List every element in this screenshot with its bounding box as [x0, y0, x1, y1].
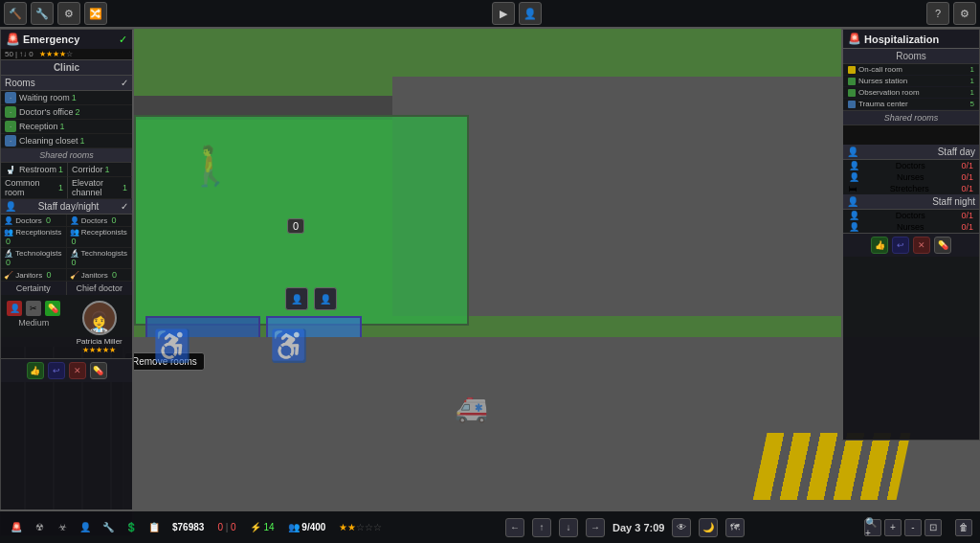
top-toolbar: 🔨 🔧 ⚙ 🔀 ▶ 👤 ? ⚙ [0, 0, 980, 29]
room-icon-restroom: 🚽 [5, 164, 16, 175]
right-person-night-icon: 👤 [847, 196, 858, 207]
right-room-oncall[interactable]: On-call room 1 [843, 64, 979, 76]
room-name-restroom: Restroom [19, 165, 56, 174]
doctor-avatar: 👩‍⚕️ [82, 301, 117, 335]
right-room-trauma[interactable]: Trauma center 5 [843, 99, 979, 110]
stars-value: ★★ [339, 522, 356, 532]
right-stretch-icon: 🛏 [849, 184, 858, 193]
room-restroom[interactable]: 🚽 Restroom 1 [1, 163, 68, 177]
wrench-button[interactable]: 🔧 [31, 2, 54, 25]
map-button[interactable]: 🗺 [725, 518, 745, 537]
walking-figure: 🚶 [187, 144, 234, 189]
emergency-label: Emergency [23, 34, 116, 45]
alert-icon: 🚨 [8, 519, 25, 536]
right-room-observation[interactable]: Observation room 1 [843, 87, 979, 99]
right-stretch-count: 0/1 [961, 184, 973, 193]
undo-button[interactable]: ↩ [48, 362, 65, 379]
settings-button[interactable]: ⚙ [57, 2, 80, 25]
trauma-name: Trauma center [858, 100, 970, 108]
right-nurse-name: Nurses [897, 172, 924, 182]
mini-stats-bar: 50 | ↑↓ 0 ★★★★☆ [1, 49, 132, 59]
zoom-out-1[interactable]: - [904, 519, 922, 536]
cancel-button[interactable]: ✕ [69, 362, 86, 379]
room-count-corridor: 1 [105, 165, 110, 174]
bottom-center-controls: ← ↑ ↓ → Day 3 7:09 👁 🌙 🗺 [391, 518, 858, 537]
room-icon-reception: · [5, 121, 16, 132]
room-count-cleaning: 1 [80, 136, 85, 146]
right-approve-button[interactable]: 👍 [871, 237, 888, 254]
rooms-check: ✓ [121, 78, 128, 88]
room-icon-cleaning: · [5, 135, 16, 147]
game-viewport[interactable]: Remove rooms ♿ ♿ 🚑 🚶 0 👤 👤 [0, 0, 980, 543]
right-pill-button[interactable]: 💊 [934, 237, 951, 254]
room-elevator[interactable]: Elevator channel 1 [68, 177, 132, 199]
hosp-label: Hospitalization [864, 34, 939, 45]
nav-right-button[interactable]: → [586, 518, 605, 537]
oncall-icon [848, 66, 856, 74]
room-name-waiting: Waiting room [19, 93, 70, 102]
room-name-elevator: Elevator channel [72, 178, 121, 197]
room-icon-waiting: · [5, 92, 16, 103]
room-waiting[interactable]: · Waiting room 1 [1, 91, 132, 105]
zoom-fit[interactable]: ⊡ [924, 519, 942, 536]
room-name-reception: Reception [19, 122, 58, 131]
room-name-doctor: Doctor's office [19, 107, 74, 117]
sun-moon-button[interactable]: 🌙 [699, 518, 718, 537]
right-nurse-icon: 👤 [849, 172, 859, 182]
flow-stat: ↑↓ 0 [19, 50, 33, 58]
stat4-icon: 👥 [288, 522, 300, 532]
swap-button[interactable]: 🔀 [84, 2, 107, 25]
room-cleaning[interactable]: · Cleaning closet 1 [1, 134, 132, 148]
room-common[interactable]: Common room 1 [1, 177, 68, 199]
gear-button[interactable]: ⚙ [953, 2, 976, 25]
hammer-button[interactable]: 🔨 [4, 2, 27, 25]
nurses-count: 1 [970, 77, 974, 85]
trash-button[interactable]: 🗑 [955, 519, 972, 536]
person-icon-staff: 👤 [5, 201, 16, 212]
zoom-controls: 🔍+ + - ⊡ [864, 519, 942, 536]
emergency-header[interactable]: 🚨 Emergency ✓ [1, 30, 132, 49]
right-doctors-day: 👤 Doctors 0/1 [843, 160, 979, 171]
right-undo-button[interactable]: ↩ [892, 237, 909, 254]
right-action-bar: 👍 ↩ ✕ 💊 [843, 233, 979, 257]
help-button[interactable]: ? [926, 2, 949, 25]
person-bottom-icon: 👤 [77, 519, 94, 536]
doctor-stars: ★★★★★ [71, 346, 129, 354]
room-count-common: 1 [58, 183, 63, 192]
staff-grid: 👤 Doctors 0 👤 Doctors 0 👥 Receptionists … [1, 215, 132, 282]
right-nurse-night-count: 0/1 [961, 222, 973, 232]
entrance-icon: 🚑 [455, 393, 488, 424]
right-rooms-header: Rooms [843, 49, 979, 64]
room-doctors-office[interactable]: · Doctor's office 2 [1, 105, 132, 120]
eye-button[interactable]: 👁 [672, 518, 691, 537]
staff-receptionist-night: 👥 Receptionists 0 [67, 227, 133, 248]
nurses-icon [848, 78, 856, 85]
right-person-icon: 👤 [847, 147, 858, 157]
certainty-icons: 👤 ✂ 💊 [5, 301, 63, 316]
obs-icon [848, 89, 856, 97]
trauma-icon [848, 101, 856, 108]
right-cancel-button[interactable]: ✕ [913, 237, 930, 254]
shared-rooms-empty [843, 125, 979, 145]
right-doc-icon: 👤 [849, 161, 859, 170]
nav-up-button[interactable]: ↑ [532, 518, 551, 537]
chief-doctor-section[interactable]: 👩‍⚕️ Patricia Miller ★★★★★ [67, 295, 133, 358]
zoom-in-1[interactable]: 🔍+ [864, 519, 881, 536]
staff-night-label: Staff night [932, 196, 975, 207]
certainty-level: Medium [5, 318, 63, 328]
hospitalization-header[interactable]: 🚨 Hospitalization [843, 30, 979, 49]
zoom-in-2[interactable]: + [884, 519, 902, 536]
radiation-icon: ☢ [31, 519, 48, 536]
room-corridor[interactable]: Corridor 1 [68, 163, 132, 177]
wheelchair-icon-right: ♿ [270, 328, 308, 364]
pause-button[interactable]: ▶ [492, 2, 515, 25]
right-doc-night-name: Doctors [896, 211, 925, 220]
approve-button[interactable]: 👍 [27, 362, 44, 379]
room-reception[interactable]: · Reception 1 [1, 120, 132, 134]
nav-left-button[interactable]: ← [505, 518, 524, 537]
nav-down-button[interactable]: ↓ [559, 518, 578, 537]
pill-button[interactable]: 💊 [90, 362, 107, 379]
certainty-label: Certainty [1, 282, 67, 295]
right-room-nurses[interactable]: Nurses station 1 [843, 76, 979, 87]
right-doctors-night: 👤 Doctors 0/1 [843, 210, 979, 221]
